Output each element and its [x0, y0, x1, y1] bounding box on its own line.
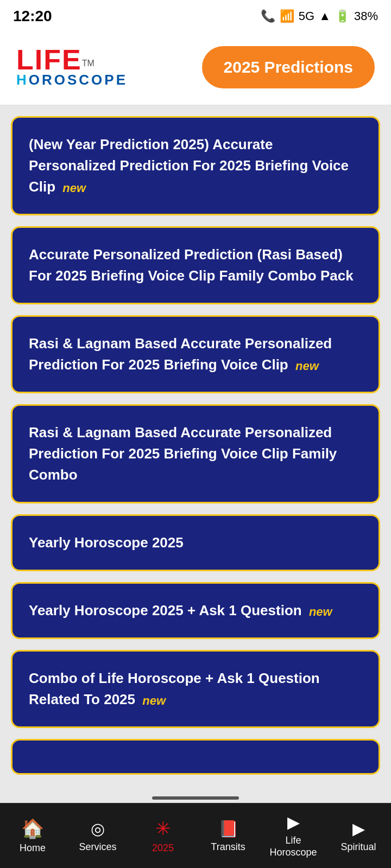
status-icons: 📞 📶 5G ▲ 🔋 38% [261, 9, 378, 23]
content-area: (New Year Prediction 2025) Accurate Pers… [0, 105, 391, 810]
services-icon: ◎ [91, 819, 105, 838]
service-card-7[interactable]: Combo of Life Horoscope + Ask 1 Question… [11, 650, 380, 728]
signal-icon: ▲ [319, 9, 331, 23]
logo: LIFETM HOROSCOPE [16, 46, 128, 88]
nav-transits-label: Transits [211, 841, 245, 853]
wifi-icon: 📶 [280, 9, 294, 23]
card-4-text: Rasi & Lagnam Based Accurate Personalize… [29, 424, 337, 483]
transits-icon: 📕 [218, 819, 238, 838]
status-time: 12:20 [13, 8, 52, 25]
phone-icon: 📞 [261, 9, 275, 23]
nav-item-life-horoscope[interactable]: ▶ LifeHoroscope [261, 813, 326, 858]
home-icon: 🏠 [21, 818, 44, 839]
service-card-6[interactable]: Yearly Horoscope 2025 + Ask 1 Question n… [11, 582, 380, 639]
service-card-partial[interactable] [11, 739, 380, 775]
network-label: 5G [299, 9, 314, 23]
nav-item-home[interactable]: 🏠 Home [0, 818, 65, 854]
header: LIFETM HOROSCOPE 2025 Predictions [0, 33, 391, 105]
bottom-navigation: 🏠 Home ◎ Services ✳ 2025 📕 Transits ▶ Li… [0, 803, 391, 868]
nav-item-2025[interactable]: ✳ 2025 [130, 818, 195, 854]
nav-2025-label: 2025 [152, 843, 174, 854]
card-3-text: Rasi & Lagnam Based Accurate Personalize… [29, 335, 332, 373]
card-3-badge: new [295, 357, 319, 375]
service-card-3[interactable]: Rasi & Lagnam Based Accurate Personalize… [11, 315, 380, 393]
life-horoscope-icon: ▶ [287, 813, 300, 832]
logo-horoscope: HOROSCOPE [16, 72, 128, 88]
card-5-text: Yearly Horoscope 2025 [29, 534, 184, 551]
service-card-2[interactable]: Accurate Personalized Prediction (Rasi B… [11, 226, 380, 304]
card-7-badge: new [142, 692, 166, 710]
card-2-text: Accurate Personalized Prediction (Rasi B… [29, 246, 354, 284]
2025-icon: ✳ [155, 818, 171, 839]
status-bar: 12:20 📞 📶 5G ▲ 🔋 38% [0, 0, 391, 33]
card-6-text: Yearly Horoscope 2025 + Ask 1 Question n… [29, 602, 332, 618]
spiritual-icon: ▶ [352, 819, 365, 838]
battery-icon: 🔋 [335, 9, 350, 23]
nav-item-services[interactable]: ◎ Services [65, 819, 130, 853]
nav-item-transits[interactable]: 📕 Transits [195, 819, 261, 853]
card-1-badge: new [62, 179, 86, 197]
predictions-button[interactable]: 2025 Predictions [202, 46, 375, 88]
nav-life-horoscope-label: LifeHoroscope [269, 835, 317, 858]
nav-home-label: Home [20, 843, 46, 854]
logo-life: LIFETM [16, 46, 94, 74]
battery-label: 38% [354, 9, 378, 23]
card-7-text: Combo of Life Horoscope + Ask 1 Question… [29, 670, 320, 707]
nav-item-spiritual[interactable]: ▶ Spiritual [326, 819, 391, 853]
service-card-5[interactable]: Yearly Horoscope 2025 [11, 514, 380, 571]
nav-services-label: Services [79, 841, 116, 853]
service-card-4[interactable]: Rasi & Lagnam Based Accurate Personalize… [11, 404, 380, 503]
card-1-text: (New Year Prediction 2025) Accurate Pers… [29, 136, 349, 195]
card-6-badge: new [309, 603, 332, 621]
nav-spiritual-label: Spiritual [340, 841, 376, 853]
service-card-1[interactable]: (New Year Prediction 2025) Accurate Pers… [11, 116, 380, 215]
scroll-indicator [152, 796, 239, 800]
